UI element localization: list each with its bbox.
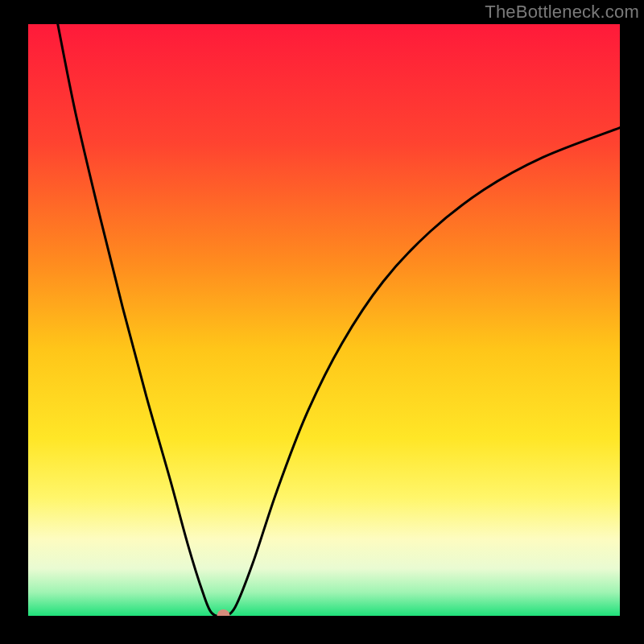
chart-frame: TheBottleneck.com bbox=[0, 0, 644, 644]
bottleneck-chart bbox=[0, 0, 644, 644]
watermark-text: TheBottleneck.com bbox=[485, 2, 639, 23]
optimal-point-marker bbox=[217, 609, 230, 622]
plot-background bbox=[28, 24, 620, 616]
